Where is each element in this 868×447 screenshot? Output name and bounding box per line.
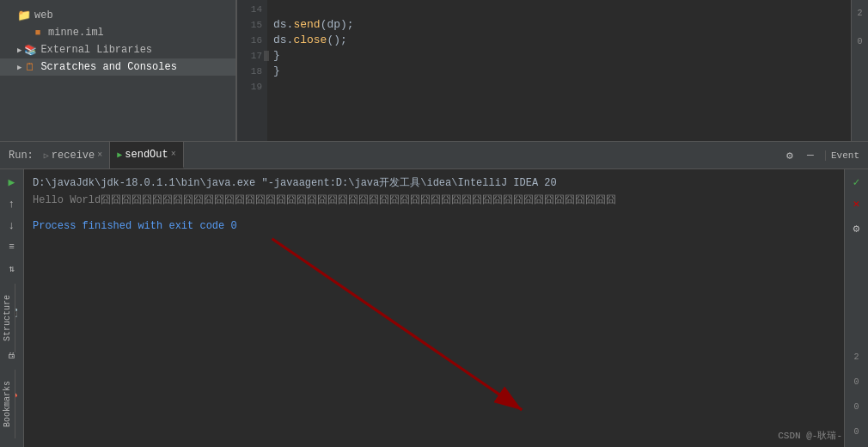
tab-receive-close[interactable]: ×: [97, 150, 102, 160]
right-numbers-panel: 2 0: [851, 0, 868, 141]
line-num-14: 14: [237, 2, 267, 17]
lib-icon: 📚: [23, 43, 37, 57]
watermark: CSDN @-耿瑞-: [778, 429, 842, 442]
console-hello-line: Hello World囧囧囧囧囧囧囧囧囧囧囧囧囧囧囧囧囧囧囧囧囧囧囧囧囧囧囧囧囧…: [33, 192, 835, 209]
tab-sendout-label: sendOut: [125, 149, 168, 161]
structure-label: Structure: [3, 295, 12, 341]
console-output: D:\javaJdk\jdk-18.0.1.1\bin\java.exe "-j…: [24, 169, 844, 447]
console-process-line: Process finished with exit code 0: [33, 217, 835, 235]
bookmarks-tab[interactable]: Bookmarks: [0, 370, 15, 438]
tab-receive-label: receive: [52, 150, 95, 162]
right-panel: ✓ ✕ ⚙ 2 0 0 0: [844, 169, 868, 447]
wrap-button[interactable]: ≡: [3, 237, 21, 256]
right-num-d: 0: [853, 427, 859, 437]
cmd-text: D:\javaJdk\jdk-18.0.1.1\bin\java.exe "-j…: [33, 177, 557, 189]
file-tree: 📁 web ■ minne.iml ▶ 📚 External Libraries…: [0, 0, 236, 141]
code-line-14: [273, 2, 851, 17]
tab-receive-icon: ▷: [44, 150, 49, 161]
code-line-19: [273, 79, 851, 95]
right-btn-3[interactable]: ⚙: [847, 219, 866, 238]
right-num-1: 2: [857, 9, 862, 18]
line-numbers: 14 15 16 17 18 19: [237, 0, 267, 141]
sort-button[interactable]: ⇅: [3, 259, 21, 278]
hello-text: Hello World: [33, 194, 101, 206]
line-num-16: 16: [237, 33, 267, 48]
code-editor: 14 15 16 17 18 19 ds.send(dp);: [237, 0, 851, 141]
run-button[interactable]: ▶: [3, 173, 21, 192]
tree-item-web[interactable]: 📁 web: [0, 7, 235, 24]
tree-label-external-libs: External Libraries: [40, 44, 152, 56]
svg-line-1: [272, 239, 523, 410]
main-layout: 📁 web ■ minne.iml ▶ 📚 External Libraries…: [0, 0, 868, 447]
run-label: Run:: [9, 150, 34, 162]
tab-sendout-icon: ▶: [117, 150, 122, 160]
line-num-17: 17: [237, 48, 267, 64]
line-num-15: 15: [237, 17, 267, 33]
minimize-button[interactable]: —: [801, 146, 820, 165]
folder-icon: 📁: [17, 9, 31, 22]
settings-button[interactable]: ⚙: [780, 146, 799, 165]
console-cmd-line: D:\javaJdk\jdk-18.0.1.1\bin\java.exe "-j…: [33, 175, 835, 192]
tree-item-external-libs[interactable]: ▶ 📚 External Libraries: [0, 41, 235, 58]
line-num-18: 18: [237, 64, 267, 79]
line-num-19: 19: [237, 79, 267, 95]
collapse-arrow-icon: ▶: [17, 46, 21, 55]
process-text: Process finished with exit code 0: [33, 220, 237, 232]
right-numbers: 2 0 0 0: [853, 352, 859, 444]
tab-receive[interactable]: ▷ receive ×: [37, 142, 110, 168]
tree-item-scratches[interactable]: ▶ 🗒 Scratches and Consoles: [0, 58, 235, 76]
code-line-15: ds.send(dp);: [273, 17, 851, 33]
scroll-down-button[interactable]: ↓: [3, 216, 21, 235]
right-btn-1[interactable]: ✓: [847, 173, 866, 192]
top-area: 📁 web ■ minne.iml ▶ 📚 External Libraries…: [0, 0, 868, 142]
structure-tab[interactable]: Structure: [0, 284, 15, 352]
run-toolbar: Run: ▷ receive × ▶ sendOut × ⚙ — Event: [0, 142, 868, 169]
collapse-arrow-icon-2: ▶: [17, 63, 21, 72]
right-num-c: 0: [853, 402, 859, 412]
tree-label-scratches: Scratches and Consoles: [40, 61, 176, 73]
right-btn-2[interactable]: ✕: [847, 194, 866, 213]
run-toolbar-right: ⚙ — Event: [780, 146, 865, 165]
tree-label-iml: minne.iml: [48, 27, 104, 39]
code-content: ds.send(dp); ds.close(); } }: [273, 2, 851, 95]
run-body: ▶ ↑ ↓ ≡ ⇅ ■ 📷 ⚙ 🖨 🗑 📌 D:\javaJdk\jdk-18.…: [0, 169, 868, 447]
code-line-17: }: [273, 48, 851, 64]
code-line-16: ds.close();: [273, 33, 851, 48]
code-line-18: }: [273, 64, 851, 79]
right-num-a: 2: [853, 352, 859, 362]
scratch-icon: 🗒: [23, 60, 37, 74]
tab-sendout[interactable]: ▶ sendOut ×: [110, 142, 183, 168]
iml-icon: ■: [31, 26, 45, 40]
right-num-b: 0: [853, 377, 859, 387]
scroll-up-button[interactable]: ↑: [3, 194, 21, 213]
run-panel: Run: ▷ receive × ▶ sendOut × ⚙ — Event ▶: [0, 142, 868, 447]
tree-label-web: web: [34, 9, 53, 21]
spacer: [33, 209, 835, 217]
tree-item-iml[interactable]: ■ minne.iml: [0, 24, 235, 41]
event-label: Event: [825, 150, 865, 161]
hello-chars: 囧囧囧囧囧囧囧囧囧囧囧囧囧囧囧囧囧囧囧囧囧囧囧囧囧囧囧囧囧囧囧囧囧囧囧囧囧囧囧囧…: [101, 194, 616, 206]
right-num-2: 0: [857, 37, 862, 46]
bookmarks-label: Bookmarks: [3, 381, 12, 427]
tab-sendout-close[interactable]: ×: [171, 150, 176, 159]
